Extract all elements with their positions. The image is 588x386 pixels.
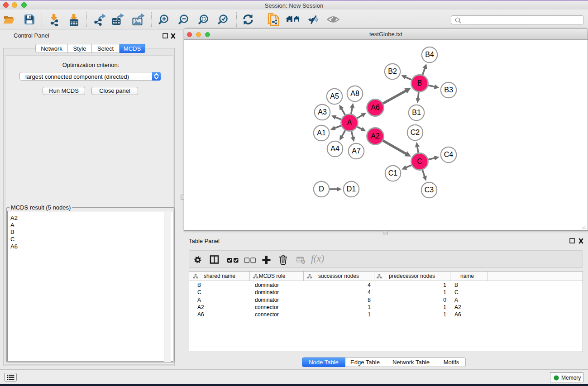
svg-text:A1: A1 xyxy=(317,129,326,137)
svg-text:A8: A8 xyxy=(350,90,359,97)
svg-text:C4: C4 xyxy=(444,151,454,158)
svg-text:C1: C1 xyxy=(388,169,398,177)
svg-text:A3: A3 xyxy=(318,108,327,116)
svg-text:B: B xyxy=(417,79,422,87)
svg-text:C2: C2 xyxy=(411,129,420,136)
svg-text:D: D xyxy=(319,185,324,193)
svg-text:C3: C3 xyxy=(425,186,434,194)
svg-text:B3: B3 xyxy=(444,86,453,94)
svg-text:B1: B1 xyxy=(412,109,421,116)
svg-text:C: C xyxy=(417,157,422,165)
svg-text:D1: D1 xyxy=(347,185,356,193)
svg-text:A5: A5 xyxy=(330,92,339,100)
svg-text:A4: A4 xyxy=(330,145,339,152)
svg-text:A7: A7 xyxy=(352,147,361,155)
svg-text:B4: B4 xyxy=(425,51,434,58)
svg-text:A6: A6 xyxy=(371,104,380,111)
svg-text:A2: A2 xyxy=(371,132,380,140)
svg-text:A: A xyxy=(347,119,352,126)
svg-text:B2: B2 xyxy=(388,67,397,75)
